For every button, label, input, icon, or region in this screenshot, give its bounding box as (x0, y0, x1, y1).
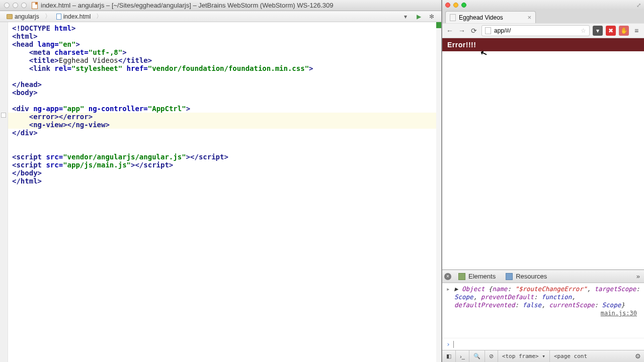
browser-toolbar: ← → ⟳ app/#/ ☆ ▾ ✖ ✋ ≡ (442, 23, 644, 38)
dock-icon[interactable]: ◧ (442, 350, 456, 362)
desktop: index.html – angularjs – [~/Sites/egghea… (0, 0, 644, 362)
browser-tabstrip[interactable]: Egghead Videos × (442, 10, 644, 23)
tab-elements[interactable]: Elements (453, 270, 501, 283)
breadcrumb-label: angularjs (15, 13, 39, 20)
html-file-icon (56, 14, 61, 20)
tab-resources[interactable]: Resources (501, 270, 552, 283)
browser-titlebar[interactable]: ⤢ (442, 0, 644, 10)
close-icon[interactable] (4, 3, 10, 8)
page-icon (450, 14, 456, 21)
context-selector[interactable]: <page cont (550, 350, 591, 362)
console-prompt[interactable]: › (442, 338, 644, 350)
prompt-chevron-icon: › (446, 340, 450, 348)
forward-icon[interactable]: → (457, 26, 466, 35)
cursor-icon: ↖ (479, 47, 489, 58)
more-tabs-icon[interactable]: » (632, 273, 644, 280)
menu-icon[interactable]: ≡ (632, 26, 641, 35)
code-content[interactable]: <!DOCTYPE html> <html> <head lang="en"> … (0, 22, 441, 188)
browser-viewport: Error!!!! ↖ (442, 38, 644, 269)
resources-icon (506, 273, 513, 280)
console-source-link[interactable]: main.js:30 (454, 309, 640, 317)
run-config-dropdown[interactable]: ▾ (401, 12, 410, 21)
console-toggle-icon[interactable]: ›_ (456, 350, 469, 362)
ide-titlebar[interactable]: index.html – angularjs – [~/Sites/egghea… (0, 0, 441, 11)
reload-icon[interactable]: ⟳ (469, 26, 478, 35)
console-input[interactable] (453, 341, 640, 348)
html-file-icon (32, 2, 38, 9)
extension-icon[interactable]: ▾ (593, 26, 603, 36)
zoom-icon[interactable] (461, 3, 466, 8)
devtools-console[interactable]: ▸ ▶ Object {name: "$routeChangeError", t… (442, 283, 644, 338)
editor-toolbar: ▾ ▶ ✻ (401, 12, 438, 21)
breadcrumbs: angularjs 〉 index.html 〉 (3, 12, 103, 22)
page-icon (485, 27, 491, 34)
expand-arrow-icon[interactable]: ▸ (446, 285, 450, 293)
ide-title-text: index.html – angularjs – [~/Sites/egghea… (41, 2, 334, 9)
console-log-entry[interactable]: ▶ Object {name: "$routeChangeError", tar… (454, 285, 640, 309)
breadcrumb-bar: angularjs 〉 index.html 〉 ▾ ▶ ✻ (0, 11, 441, 22)
elements-icon (458, 273, 465, 280)
ide-title: index.html – angularjs – [~/Sites/egghea… (32, 2, 437, 9)
error-text: Error!!!! (447, 41, 476, 49)
devtools-close-button[interactable]: × (442, 271, 453, 282)
adblock-icon[interactable]: ✖ (606, 26, 616, 36)
close-icon: × (444, 273, 451, 280)
traffic-lights (4, 3, 27, 8)
bookmark-star-icon[interactable]: ☆ (581, 27, 586, 34)
close-icon[interactable] (445, 3, 450, 8)
error-banner: Error!!!! ↖ (442, 38, 644, 51)
browser-tab[interactable]: Egghead Videos × (445, 11, 536, 23)
maximize-icon[interactable]: ⤢ (636, 2, 641, 9)
gear-icon[interactable]: ⚙ (632, 352, 644, 360)
minimize-icon[interactable] (13, 3, 18, 8)
ide-window: index.html – angularjs – [~/Sites/egghea… (0, 0, 442, 362)
run-icon[interactable]: ▶ (414, 12, 423, 21)
frame-selector[interactable]: <top frame> ▾ (498, 350, 550, 362)
minimize-icon[interactable] (453, 3, 458, 8)
gear-icon[interactable]: ✻ (427, 12, 436, 21)
devtools-panel: × Elements Resources » ▸ ▶ Object {name:… (442, 269, 644, 362)
zoom-icon[interactable] (21, 3, 27, 8)
devtools-tabbar: × Elements Resources » (442, 270, 644, 283)
extension-icon[interactable]: ✋ (619, 26, 629, 36)
clear-icon[interactable]: ⊘ (485, 350, 498, 362)
search-icon[interactable]: 🔍 (469, 350, 485, 362)
breadcrumb-file[interactable]: index.html (53, 12, 95, 22)
back-icon[interactable]: ← (445, 26, 454, 35)
url-input[interactable]: app/#/ ☆ (481, 25, 590, 36)
tab-label: Resources (516, 273, 547, 280)
close-tab-icon[interactable]: × (527, 14, 531, 21)
breadcrumb-project[interactable]: angularjs (3, 12, 43, 22)
code-editor[interactable]: <!DOCTYPE html> <html> <head lang="en"> … (0, 22, 441, 362)
folder-icon (7, 14, 13, 19)
chevron-right-icon: 〉 (44, 12, 52, 21)
tab-title: Egghead Videos (459, 14, 503, 21)
tab-label: Elements (468, 273, 496, 280)
devtools-statusbar: ◧ ›_ 🔍 ⊘ <top frame> ▾ <page cont ⚙ (442, 350, 644, 362)
browser-window: ⤢ Egghead Videos × ← → ⟳ app/#/ ☆ ▾ ✖ ✋ … (442, 0, 644, 362)
breadcrumb-label: index.html (63, 13, 91, 20)
chevron-right-icon: 〉 (95, 12, 103, 21)
url-text: app/#/ (494, 27, 511, 34)
